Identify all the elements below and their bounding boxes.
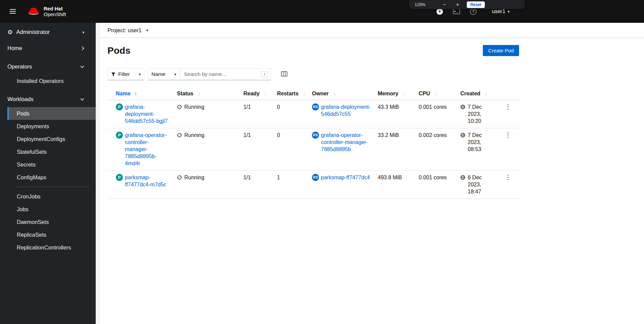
pod-name: grafana-operator-controller-manager-7885… [125, 132, 172, 167]
status-cell: Running [177, 174, 238, 181]
pod-badge-icon: P [116, 132, 123, 139]
search-shortcut-hint: / [261, 71, 268, 78]
nav-divider [17, 187, 89, 187]
sidebar-section-label: Workloads [7, 96, 34, 102]
pod-link[interactable]: P grafana-operator-controller-manager-78… [116, 132, 172, 167]
owner-name: grafana-operator-controller-manager-7885… [321, 132, 372, 153]
project-selector[interactable]: Project: user1 ▾ [100, 23, 644, 38]
pod-link[interactable]: P grafana-deployment-546dd57c55-bgjl7 [116, 103, 172, 125]
zoom-reset-button[interactable]: Reset [467, 1, 485, 8]
column-header-cpu[interactable]: CPU↕ [416, 88, 458, 100]
column-header-ready[interactable]: Ready↕ [241, 88, 274, 100]
owner-link[interactable]: RS grafana-deployment-546dd57c55 [312, 103, 372, 118]
sort-icon: ↕ [303, 91, 306, 96]
sidebar-item-installed-operators[interactable]: Installed Operators [7, 75, 96, 87]
masthead: Red Hat OpenShift + >_ ? user1 ▾ [0, 0, 644, 23]
globe-icon [460, 133, 465, 138]
web-terminal-button[interactable]: >_ [453, 9, 460, 14]
column-header-status[interactable]: Status↕ [174, 88, 241, 100]
row-kebab-menu-icon[interactable]: ⋮ [502, 173, 514, 182]
sidebar-item-replicationcontrollers[interactable]: ReplicationControllers [7, 241, 96, 254]
column-header-name[interactable]: Name↑ [107, 88, 174, 100]
column-header-created[interactable]: Created↕ [458, 88, 497, 100]
list-toolbar: Filter ▾ Name ▾ / [107, 68, 519, 80]
sync-running-icon [177, 175, 182, 180]
sidebar-item-secrets[interactable]: Secrets [7, 158, 96, 171]
replicaset-badge-icon: RS [312, 103, 319, 110]
globe-icon [460, 175, 465, 180]
terminal-icon: >_ [453, 9, 460, 14]
ready-cell: 1/1 [241, 100, 274, 128]
columns-icon [281, 71, 287, 77]
chevron-down-icon [80, 97, 84, 100]
user-menu-label: user1 [492, 8, 505, 14]
table-row: P grafana-operator-controller-manager-78… [107, 128, 519, 171]
zoom-out-button[interactable]: − [441, 1, 448, 8]
caret-down-icon: ▾ [139, 72, 141, 77]
zoom-in-button[interactable]: + [454, 1, 461, 8]
sidebar-item-deploymentconfigs[interactable]: DeploymentConfigs [7, 133, 96, 145]
status-cell: Running [177, 132, 238, 139]
sidebar-nav: ⚙ Administrator ▾ Home Operators Install… [0, 23, 96, 324]
sort-ascending-icon: ↑ [135, 91, 137, 96]
restarts-cell: 0 [274, 128, 309, 171]
table-row: P grafana-deployment-546dd57c55-bgjl7 [107, 100, 519, 128]
sidebar-section-workloads[interactable]: Workloads [0, 91, 96, 107]
sidebar-section-home[interactable]: Home [0, 40, 96, 56]
owner-name: parksmap-ff7477dc4 [321, 174, 372, 181]
sidebar-item-cronjobs[interactable]: CronJobs [7, 190, 96, 203]
help-button[interactable]: ? [470, 8, 476, 15]
chevron-down-icon [80, 64, 84, 68]
column-header-restarts[interactable]: Restarts↕ [274, 88, 309, 100]
ready-cell: 1/1 [241, 171, 274, 199]
sidebar-section-label: Home [7, 45, 22, 51]
sidebar-item-daemonsets[interactable]: DaemonSets [7, 216, 96, 228]
search-input[interactable] [183, 71, 261, 78]
manage-columns-button[interactable] [281, 71, 287, 78]
caret-down-icon: ▾ [82, 30, 84, 35]
restarts-cell: 1 [274, 171, 309, 199]
sidebar-section-label: Operators [7, 63, 32, 70]
perspective-switcher[interactable]: ⚙ Administrator ▾ [0, 23, 96, 40]
status-cell: Running [177, 103, 238, 110]
owner-link[interactable]: RS parksmap-ff7477dc4 [312, 174, 372, 181]
nav-toggle-hamburger-icon[interactable] [8, 7, 18, 16]
owner-link[interactable]: RS grafana-operator-controller-manager-7… [312, 132, 372, 153]
row-kebab-menu-icon[interactable]: ⋮ [502, 130, 514, 139]
sort-icon: ↕ [435, 91, 437, 96]
search-attribute-dropdown[interactable]: Name ▾ [148, 68, 180, 80]
sidebar-scrollbar-track[interactable] [96, 23, 100, 324]
sidebar-section-operators[interactable]: Operators [0, 59, 96, 75]
sidebar-item-configmaps[interactable]: ConfigMaps [7, 171, 96, 184]
sidebar-item-deployments[interactable]: Deployments [7, 120, 96, 133]
caret-down-icon: ▾ [146, 28, 148, 33]
sync-running-icon [177, 133, 182, 138]
filter-dropdown[interactable]: Filter ▾ [107, 68, 144, 80]
created-timestamp: 7 Dec 2023, 08:53 [468, 132, 494, 153]
pod-link[interactable]: P parksmap-ff7477dc4-m7d5c [116, 174, 172, 188]
sidebar-item-replicasets[interactable]: ReplicaSets [7, 228, 96, 241]
row-kebab-menu-icon[interactable]: ⋮ [502, 102, 514, 111]
sidebar-item-statefulsets[interactable]: StatefulSets [7, 145, 96, 158]
user-menu[interactable]: user1 ▾ [490, 8, 512, 15]
column-header-memory[interactable]: Memory↕ [375, 88, 416, 100]
replicaset-badge-icon: RS [312, 174, 319, 181]
status-text: Running [184, 174, 204, 181]
chevron-right-icon [80, 46, 84, 50]
sort-icon: ↕ [198, 91, 200, 96]
plus-circle-icon: + [436, 8, 443, 15]
column-header-owner[interactable]: Owner↕ [309, 88, 375, 100]
globe-icon [460, 104, 465, 109]
brand-line1: Red Hat [44, 6, 66, 11]
pod-badge-icon: P [116, 174, 123, 181]
question-circle-icon: ? [470, 8, 476, 15]
sidebar-item-pods[interactable]: Pods [7, 107, 96, 120]
perspective-label: Administrator [16, 29, 50, 36]
create-pod-button[interactable]: Create Pod [483, 45, 519, 56]
quick-create-button[interactable]: + [436, 8, 443, 15]
sidebar-item-jobs[interactable]: Jobs [7, 203, 96, 216]
memory-cell: 43.3 MiB [375, 100, 416, 128]
replicaset-badge-icon: RS [312, 132, 319, 139]
search-attribute-label: Name [151, 71, 165, 77]
page-title: Pods [107, 45, 130, 56]
